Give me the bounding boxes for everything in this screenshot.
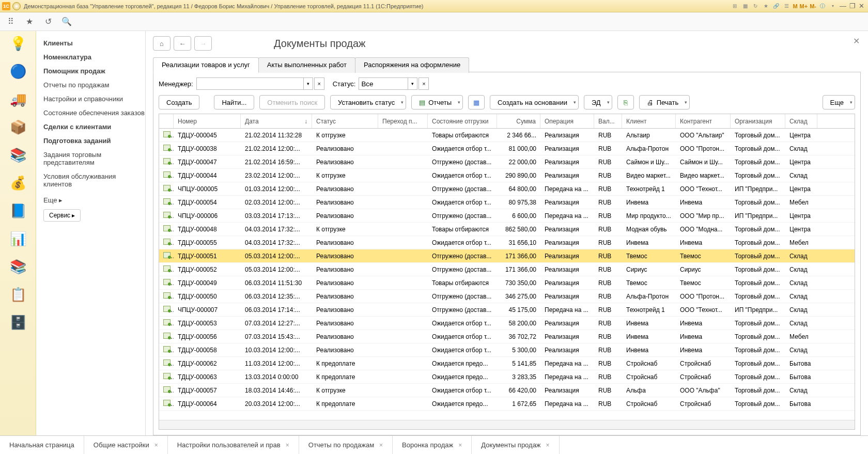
history-icon[interactable]: ↺ — [43, 17, 53, 26]
nav-item-8[interactable]: Задания торговым представителям — [43, 148, 145, 169]
col-sum[interactable]: Сумма — [497, 114, 540, 128]
print-button[interactable]: 🖨Печать▾ — [639, 95, 690, 109]
apps-icon[interactable]: ⠿ — [6, 17, 16, 26]
table-row[interactable]: ТДЦУ-00005205.03.2014 12:00:...Реализова… — [159, 263, 855, 276]
col-counterparty[interactable]: Контрагент — [676, 114, 731, 128]
find-button[interactable]: Найти... — [214, 95, 254, 109]
create-button[interactable]: Создать — [159, 95, 199, 109]
col-client[interactable]: Клиент — [622, 114, 676, 128]
export-icon[interactable]: ⎘ — [617, 95, 634, 109]
table-row[interactable]: ТДЦУ-00005307.03.2014 12:27:...Реализова… — [159, 317, 855, 330]
m-plus-button[interactable]: M+ — [800, 3, 808, 9]
window-tab-5[interactable]: Документы продаж× — [472, 436, 559, 454]
refresh-icon[interactable]: ↻ — [751, 2, 760, 10]
bars-icon[interactable]: ☰ — [782, 2, 791, 10]
back-button[interactable]: ← — [174, 36, 191, 51]
table-row[interactable]: ТДЦУ-00005718.03.2014 14:46:...К отгрузк… — [159, 384, 855, 397]
window-restore-icon[interactable]: ❐ — [849, 2, 856, 10]
info-dd-icon[interactable]: ▾ — [829, 2, 837, 10]
tab-2[interactable]: Распоряжения на оформление — [355, 57, 469, 73]
rail-icon-9[interactable]: 📋 — [7, 286, 29, 303]
table-row[interactable]: ТДЦУ-00005402.03.2014 12:00:...Реализова… — [159, 196, 855, 209]
table-row[interactable]: ТДЦУ-00005504.03.2014 17:32:...Реализова… — [159, 236, 855, 249]
table-row[interactable]: ТДЦУ-00006420.03.2014 12:00:...К предопл… — [159, 397, 855, 411]
rail-icon-0[interactable]: 💡 — [7, 35, 29, 52]
rail-icon-1[interactable]: 🔵 — [7, 63, 29, 80]
page-close-icon[interactable]: ✕ — [853, 36, 860, 46]
rail-icon-6[interactable]: 📘 — [7, 202, 29, 219]
reports-button[interactable]: ▤Отчеты▾ — [411, 95, 463, 109]
table-row[interactable]: ЧПЦУ-00000706.03.2014 17:14:...Реализова… — [159, 303, 855, 317]
rail-icon-2[interactable]: 🚚 — [7, 91, 29, 107]
table-row[interactable]: ТДЦУ-00006313.03.2014 0:00:00К предоплат… — [159, 370, 855, 384]
col-currency[interactable]: Вал... — [594, 114, 622, 128]
nav-item-7[interactable]: Подготовка заданий — [43, 134, 145, 148]
nav-item-6[interactable]: Сделки с клиентами — [43, 120, 145, 134]
status-input[interactable] — [359, 77, 408, 90]
calendar-icon[interactable]: ▦ — [741, 2, 749, 10]
col-status[interactable]: Статус — [312, 114, 378, 128]
m-button[interactable]: M — [793, 3, 797, 9]
tab-close-icon[interactable]: × — [154, 442, 158, 449]
col-organization[interactable]: Организация — [731, 114, 785, 128]
more-button[interactable]: Еще▾ — [823, 95, 855, 109]
table-row[interactable]: ТДЦУ-00005006.03.2014 12:35:...Реализова… — [159, 290, 855, 303]
window-tab-2[interactable]: Настройки пользователей и прав× — [168, 436, 299, 454]
col-date[interactable]: Дата↓ — [241, 114, 312, 128]
table-row[interactable]: ЧПЦУ-00000603.03.2014 17:13:...Реализова… — [159, 209, 855, 223]
home-button[interactable]: ⌂ — [153, 36, 171, 51]
forward-button[interactable]: → — [194, 36, 212, 51]
set-status-button[interactable]: Установить статус▾ — [330, 95, 406, 109]
col-operation[interactable]: Операция — [540, 114, 594, 128]
table-row[interactable]: ТДЦУ-00005105.03.2014 12:00:...Реализова… — [159, 249, 855, 263]
col-warehouse[interactable]: Склад — [785, 114, 817, 128]
calc-icon[interactable]: ⊞ — [731, 2, 739, 10]
table-row[interactable]: ТДЦУ-00006211.03.2014 12:00:...К предопл… — [159, 357, 855, 370]
status-dropdown-icon[interactable]: ▾ — [408, 77, 417, 90]
nav-item-9[interactable]: Условия обслуживания клиентов — [43, 169, 145, 191]
table-row[interactable]: ЧПЦУ-00000501.03.2014 12:00:...Реализова… — [159, 182, 855, 196]
col-number[interactable]: Номер — [174, 114, 241, 128]
m-minus-button[interactable]: M- — [810, 3, 816, 9]
rail-icon-10[interactable]: 🗄️ — [7, 314, 29, 331]
nav-item-1[interactable]: Номенклатура — [43, 50, 145, 64]
table-row[interactable]: ТДЦУ-00004804.03.2014 17:32:...К отгрузк… — [159, 223, 855, 236]
col-icon[interactable] — [159, 114, 174, 128]
table-row[interactable]: ТДЦУ-00004423.02.2014 12:00:...К отгрузк… — [159, 169, 855, 182]
tab-close-icon[interactable]: × — [458, 442, 462, 449]
list-mode-icon[interactable]: ▦ — [468, 95, 485, 109]
rail-icon-3[interactable]: 📦 — [7, 119, 29, 135]
col-transition[interactable]: Переход п... — [378, 114, 428, 128]
table-row[interactable]: ТДЦУ-00004906.03.2014 11:51:30Реализован… — [159, 276, 855, 290]
table-row[interactable]: ТДЦУ-00004521.02.2014 11:32:28К отгрузке… — [159, 129, 855, 142]
window-tab-1[interactable]: Общие настройки× — [84, 436, 168, 454]
window-tab-3[interactable]: Отчеты по продажам× — [299, 436, 393, 454]
grid-body[interactable]: ТДЦУ-00004521.02.2014 11:32:28К отгрузке… — [159, 129, 855, 420]
table-row[interactable]: ТДЦУ-00005810.03.2014 12:00:...Реализова… — [159, 343, 855, 357]
star-icon[interactable]: ★ — [762, 2, 770, 10]
nav-item-0[interactable]: Клиенты — [43, 36, 145, 50]
table-row[interactable]: ТДЦУ-00004721.02.2014 16:59:...Реализова… — [159, 155, 855, 169]
favorites-icon[interactable]: ★ — [25, 17, 34, 26]
col-shipment[interactable]: Состояние отгрузки — [428, 114, 497, 128]
grid-hscrollbar[interactable] — [159, 420, 855, 429]
tab-close-icon[interactable]: × — [379, 442, 383, 449]
nav-item-2[interactable]: Помощник продаж — [43, 64, 145, 78]
search-icon[interactable]: 🔍 — [62, 17, 71, 26]
manager-clear-icon[interactable]: × — [314, 77, 324, 90]
manager-dropdown-icon[interactable]: ▾ — [304, 77, 313, 90]
rail-icon-4[interactable]: 📚 — [7, 147, 29, 163]
rail-icon-5[interactable]: 💰 — [7, 175, 29, 191]
rail-icon-8[interactable]: 📚 — [7, 258, 29, 275]
system-menu-icon[interactable] — [12, 2, 21, 10]
cancel-search-button[interactable]: Отменить поиск — [259, 95, 325, 109]
rail-icon-7[interactable]: 📊 — [7, 230, 29, 247]
window-minimize-icon[interactable]: — — [840, 2, 846, 10]
status-clear-icon[interactable]: × — [419, 77, 429, 90]
info-icon[interactable]: ⓘ — [818, 2, 827, 10]
tab-close-icon[interactable]: × — [546, 442, 550, 449]
nav-item-5[interactable]: Состояние обеспечения заказов — [43, 106, 145, 120]
tab-0[interactable]: Реализации товаров и услуг — [153, 57, 259, 73]
ed-button[interactable]: ЭД▾ — [584, 95, 612, 109]
service-button[interactable]: Сервис ▸ — [43, 209, 81, 222]
